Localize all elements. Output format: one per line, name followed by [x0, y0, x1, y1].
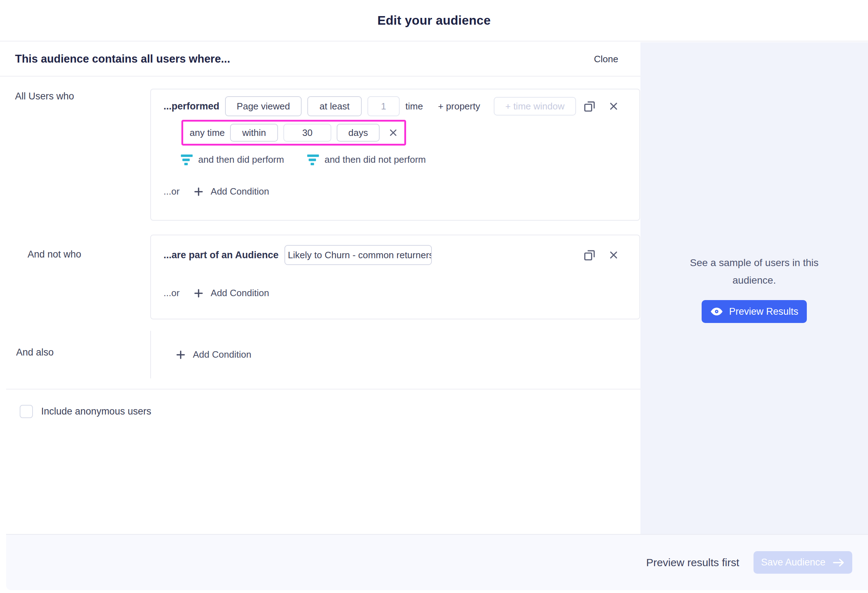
plus-icon: [175, 350, 186, 360]
add-condition-button[interactable]: Add Condition: [175, 349, 251, 360]
or-label: ...or: [164, 186, 180, 197]
page-title: Edit your audience: [378, 13, 491, 28]
and-not-who-label: And not who: [28, 249, 81, 260]
close-icon: [608, 101, 619, 111]
plus-icon: [193, 288, 204, 299]
add-property-button[interactable]: + property: [438, 101, 480, 112]
add-condition-label: Add Condition: [211, 186, 269, 197]
remove-time-filter-button[interactable]: [388, 128, 398, 137]
copy-icon: [583, 99, 596, 113]
audience-builder-panel: This audience contains all users where..…: [0, 42, 641, 534]
or-label: ...or: [164, 288, 180, 299]
close-icon: [388, 128, 398, 137]
and-then-did-not-perform-link[interactable]: and then did not perform: [307, 154, 426, 165]
part-of-audience-label: ...are part of an Audience: [164, 250, 279, 261]
preview-message: See a sample of users in this audience.: [641, 254, 868, 289]
eye-icon: [710, 307, 723, 316]
section-divider: [6, 389, 641, 389]
and-also-label: And also: [16, 347, 54, 358]
time-window-input[interactable]: [494, 97, 576, 115]
add-condition-button[interactable]: Add Condition: [193, 186, 269, 197]
duplicate-condition-button[interactable]: [583, 99, 596, 113]
preview-first-hint: Preview results first: [646, 556, 739, 569]
within-select[interactable]: within: [230, 124, 278, 142]
sequence-links-row: and then did perform and then did not pe…: [181, 154, 619, 165]
preview-results-label: Preview Results: [729, 306, 799, 317]
or-add-condition-row: ...or Add Condition: [164, 186, 619, 197]
any-time-label: any time: [190, 127, 225, 139]
audience-select[interactable]: Likely to Churn - common returners: [285, 245, 432, 265]
and-then-did-perform-link[interactable]: and then did perform: [181, 154, 284, 165]
funnel-icon: [307, 155, 319, 165]
preview-message-line2: audience.: [641, 271, 868, 289]
builder-body: All Users who ...performed Page viewed a…: [0, 77, 641, 533]
row-actions: [583, 99, 619, 113]
audience-condition-row: ...are part of an Audience Likely to Chu…: [164, 245, 619, 266]
arrow-right-icon: [833, 558, 845, 567]
save-audience-label: Save Audience: [761, 557, 825, 568]
modal-title-bar: Edit your audience: [0, 0, 868, 41]
include-anonymous-checkbox[interactable]: [20, 405, 33, 418]
preview-message-line1: See a sample of users in this: [641, 254, 868, 271]
add-condition-label: Add Condition: [211, 288, 269, 299]
time-window-filter-highlighted: any time within days: [182, 120, 406, 146]
time-unit-select[interactable]: days: [337, 124, 379, 142]
duplicate-condition-button[interactable]: [583, 248, 596, 262]
clone-button[interactable]: Clone: [594, 54, 618, 65]
plus-icon: [193, 186, 204, 197]
condition-group-and-not: ...are part of an Audience Likely to Chu…: [150, 235, 640, 319]
remove-condition-button[interactable]: [608, 101, 619, 111]
save-audience-button[interactable]: Save Audience: [753, 551, 852, 574]
and-then-did-perform-label: and then did perform: [198, 154, 284, 165]
time-amount-input[interactable]: [283, 124, 331, 142]
preview-results-button[interactable]: Preview Results: [702, 300, 807, 323]
builder-header: This audience contains all users where..…: [0, 42, 641, 77]
copy-icon: [583, 248, 596, 262]
event-select[interactable]: Page viewed: [225, 96, 302, 116]
remove-condition-button[interactable]: [608, 250, 619, 260]
operator-select[interactable]: at least: [307, 96, 362, 116]
preview-sidebar: See a sample of users in this audience. …: [641, 42, 868, 534]
or-add-condition-row: ...or Add Condition: [164, 288, 619, 299]
add-condition-label: Add Condition: [193, 349, 251, 360]
time-label: time: [405, 101, 423, 112]
builder-heading: This audience contains all users where..…: [15, 53, 230, 65]
include-anonymous-label: Include anonymous users: [41, 406, 151, 417]
performed-condition-row: ...performed Page viewed at least time +…: [164, 96, 619, 117]
include-anonymous-users-row[interactable]: Include anonymous users: [20, 405, 151, 418]
and-then-did-not-perform-label: and then did not perform: [325, 154, 426, 165]
add-condition-button[interactable]: Add Condition: [193, 288, 269, 299]
all-users-who-label: All Users who: [15, 91, 74, 102]
condition-group-all-users: ...performed Page viewed at least time +…: [150, 89, 640, 221]
row-actions: [583, 248, 619, 262]
count-input[interactable]: [368, 96, 400, 116]
close-icon: [608, 250, 619, 260]
funnel-icon: [181, 155, 193, 165]
condition-group-and-also: Add Condition: [150, 331, 437, 378]
performed-label: ...performed: [164, 101, 219, 112]
footer-bar: Preview results first Save Audience: [6, 534, 868, 590]
